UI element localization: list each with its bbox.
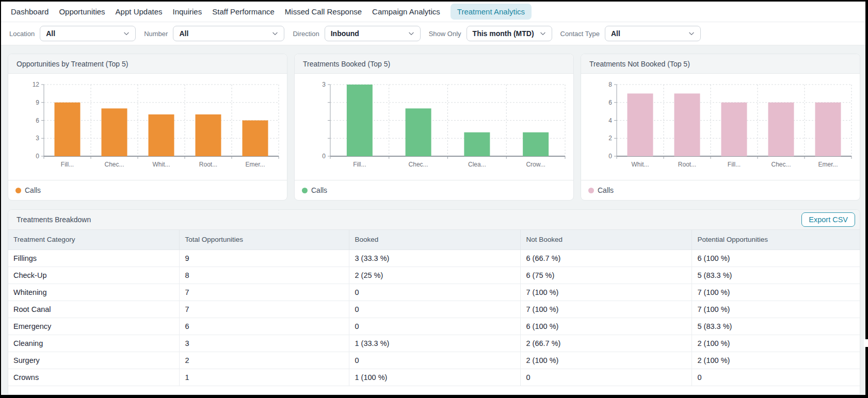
table-cell: Emergency [8,318,179,335]
show-only-value: This month (MTD) [473,29,534,38]
tab-treatment-analytics[interactable]: Treatment Analytics [451,4,532,20]
chart-legend[interactable]: Calls [8,180,287,200]
bar [55,103,81,156]
table-cell: 2 [179,352,349,369]
tab-opportunities[interactable]: Opportunities [59,7,105,16]
card-opportunities-by-treatment: Opportunities by Treatment (Top 5) 03691… [8,54,287,201]
filter-show-only: Show Only This month (MTD) [429,26,552,41]
treatments-table: Treatment Category Total Opportunities B… [8,230,860,386]
contact-type-select[interactable]: All [605,26,701,41]
table-cell: 6 [179,318,349,335]
table-cell: 7 (100 %) [692,284,860,301]
table-cell: 6 (66.7 %) [520,250,692,267]
bar-chart: 03Fill...Chec...Clea...Crow... [295,74,573,180]
svg-text:2: 2 [608,135,612,142]
svg-text:Whit...: Whit... [152,161,170,168]
number-label: Number [144,30,168,38]
tab-missed-call-response[interactable]: Missed Call Response [285,7,362,16]
table-cell: 0 [349,301,520,318]
cursor-caret [864,339,868,347]
filter-direction: Direction Inbound [293,26,420,41]
table-cell: 0 [520,369,692,386]
tab-dashboard[interactable]: Dashboard [11,7,49,16]
table-cell: Check-Up [8,267,179,284]
table-cell: 2 (66.7 %) [520,335,692,352]
table-cell: 2 (25 %) [349,267,520,284]
direction-select[interactable]: Inbound [325,26,421,41]
contact-type-label: Contact Type [560,30,600,38]
legend-label: Calls [25,186,41,194]
chart-title: Treatments Booked (Top 5) [295,54,573,74]
app-window: Dashboard Opportunities Appt Updates Inq… [1,2,865,395]
bar [347,85,373,156]
table-row: Surgery202 (100 %)2 (100 %) [8,352,860,369]
table-cell: 0 [349,318,520,335]
col-not-booked: Not Booked [520,230,692,250]
page-content: Opportunities by Treatment (Top 5) 03691… [1,45,865,395]
card-treatments-not-booked: Treatments Not Booked (Top 5) 02468Whit.… [581,54,860,201]
table-row: Root Canal707 (100 %)7 (100 %) [8,301,860,318]
table-row: Fillings93 (33.3 %)6 (66.7 %)6 (100 %) [8,250,860,267]
treatments-breakdown-panel: Treatments Breakdown Export CSV Treatmen… [8,209,860,395]
bar [196,114,221,156]
chart-title: Opportunities by Treatment (Top 5) [8,54,287,74]
panel-header: Treatments Breakdown Export CSV [8,210,860,230]
chevron-down-icon [123,30,130,37]
bar [768,103,794,156]
show-only-label: Show Only [429,30,461,38]
number-select[interactable]: All [173,26,284,41]
table-cell: Whitening [8,284,179,301]
col-potential-opportunities: Potential Opportunities [692,230,860,250]
col-treatment-category: Treatment Category [8,230,179,250]
table-cell: 3 (33.3 %) [349,250,520,267]
svg-text:Fill...: Fill... [61,161,74,168]
tab-appt-updates[interactable]: Appt Updates [116,7,163,16]
chart-title: Treatments Not Booked (Top 5) [581,54,860,74]
filter-number: Number All [144,26,284,41]
svg-text:Crow...: Crow... [526,161,545,168]
legend-label: Calls [311,186,327,194]
table-cell: 0 [692,369,860,386]
chevron-down-icon [688,30,695,37]
svg-text:Chec...: Chec... [104,161,124,168]
table-cell: Cleaning [8,335,179,352]
bar [464,132,490,156]
table-cell: 2 (100 %) [692,352,860,369]
location-value: All [46,29,55,38]
table-cell: 3 [179,335,349,352]
table-cell: Fillings [8,250,179,267]
show-only-select[interactable]: This month (MTD) [467,26,552,41]
chart-legend[interactable]: Calls [295,180,573,200]
table-cell: 7 [179,284,349,301]
table-cell: 1 (33.3 %) [349,335,520,352]
bar-chart: 036912Fill...Chec...Whit...Root...Emer..… [8,74,287,180]
svg-text:6: 6 [36,117,39,124]
card-treatments-booked: Treatments Booked (Top 5) 03Fill...Chec.… [294,54,574,201]
svg-text:0: 0 [608,153,612,160]
tab-staff-performance[interactable]: Staff Performance [212,7,275,16]
table-cell: 5 (83.3 %) [692,318,860,335]
svg-text:4: 4 [608,117,612,124]
table-cell: 1 (100 %) [349,369,520,386]
export-csv-button[interactable]: Export CSV [801,212,855,227]
table-cell: 7 (100 %) [520,301,692,318]
chevron-down-icon [539,30,546,37]
filter-location: Location All [9,26,136,41]
chevron-down-icon [271,30,279,37]
chart-cards-row: Opportunities by Treatment (Top 5) 03691… [8,54,860,201]
chart-legend[interactable]: Calls [581,180,860,200]
table-cell: 7 [179,301,349,318]
table-cell: 0 [349,284,520,301]
tab-inquiries[interactable]: Inquiries [173,7,202,16]
location-select[interactable]: All [40,26,136,41]
bar-chart: 02468Whit...Root...Fill...Chec...Emer... [581,74,860,180]
svg-text:0: 0 [36,153,39,160]
legend-dot [588,188,594,193]
contact-type-value: All [611,29,620,38]
table-cell: 2 (100 %) [520,352,692,369]
bar [243,121,268,157]
bar [523,132,549,156]
bar [102,108,127,156]
bar [406,108,431,156]
tab-campaign-analytics[interactable]: Campaign Analytics [372,7,440,16]
